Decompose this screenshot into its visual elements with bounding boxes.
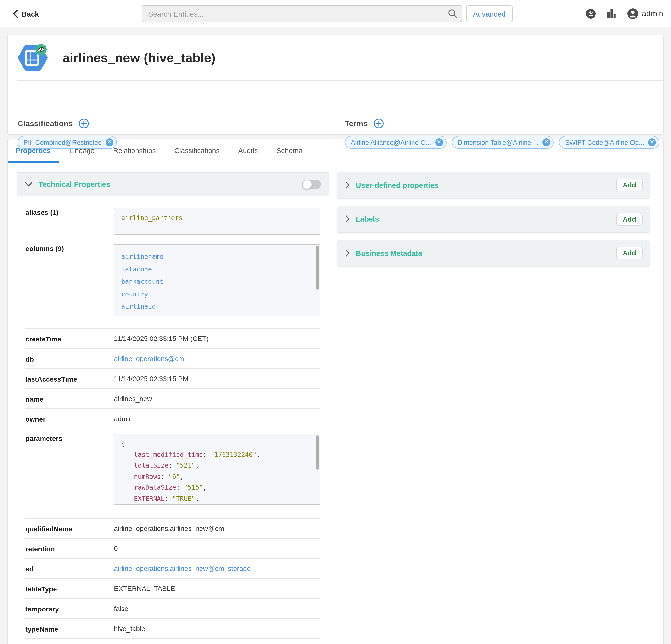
sd-entity-link[interactable]: airline_operations.airlines_new@cm_stora… [114,565,251,572]
property-label: typeName [25,625,114,633]
labels-panel[interactable]: Labels Add [337,206,649,232]
user-defined-properties-title: User-defined properties [356,181,439,189]
property-row-tableType: tableType EXTERNAL_TABLE [25,579,320,599]
term-tag[interactable]: Dimension Table@Airline ... ✕ [452,136,554,149]
search-input[interactable] [142,5,462,22]
property-row-columns: columns (9) airlinename iatacode bankacc… [25,239,320,329]
chevron-right-icon [345,249,350,256]
property-label: sd [25,565,114,573]
statistics-bar-chart-icon[interactable] [608,9,616,18]
property-value: 11/14/2025 02:33:15 PM (CET) [114,334,320,343]
topbar-actions: admin [586,0,663,27]
user-defined-properties-panel[interactable]: User-defined properties Add [337,172,649,198]
columns-value-box: airlinename iatacode bankaccount country… [114,244,320,316]
add-term-icon[interactable] [374,118,384,129]
entity-title: airlines_new (hive_table) [63,50,216,65]
column-link[interactable]: iatacode [121,263,313,275]
classification-tag[interactable]: PII_Combined@Restricted ✕ [17,136,117,149]
parameters-json-box: { last_modified_time: "1763132240", tota… [114,434,320,505]
property-label: columns (9) [25,244,114,316]
column-link[interactable]: country [121,288,313,300]
user-avatar-icon [628,8,638,19]
technical-properties-title: Technical Properties [39,180,110,188]
advanced-search-button[interactable]: Advanced [466,5,512,22]
property-value: admin [114,415,320,423]
terms-section: Terms Airline Alliance@Airline O... ✕ Di… [345,118,659,149]
tab-schema[interactable]: Schema [269,139,310,163]
search-icon[interactable] [448,9,457,18]
remove-term-icon[interactable]: ✕ [543,138,550,146]
term-tag-label: SWIFT Code@Airline Op... [565,139,644,146]
remove-term-icon[interactable]: ✕ [648,138,656,146]
back-label: Back [22,10,39,18]
property-label: name [25,395,114,403]
user-menu[interactable]: admin [628,8,663,19]
parameters-scrollbar[interactable] [316,435,319,470]
property-row-lastAccessTime: lastAccessTime 11/14/2025 02:33:15 PM [25,369,320,389]
property-row-typeName: typeName hive_table [25,619,320,639]
properties-tab-content: Technical Properties aliases (1) airline… [8,163,663,644]
technical-properties-panel: Technical Properties aliases (1) airline… [17,172,329,644]
classifications-title: Classifications [17,119,73,128]
add-label-button[interactable]: Add [617,213,642,225]
classifications-section: Classifications PII_Combined@Restricted … [17,118,117,149]
property-value: 11/14/2025 02:33:15 PM [114,375,320,383]
add-business-metadata-button[interactable]: Add [617,247,642,259]
labels-title: Labels [356,215,379,223]
term-tag[interactable]: SWIFT Code@Airline Op... ✕ [559,136,659,149]
business-metadata-panel[interactable]: Business Metadata Add [337,240,649,266]
term-tag-label: Airline Alliance@Airline O... [351,139,431,146]
alias-value: airline_partners [121,214,182,222]
chevron-down-icon [25,182,32,187]
column-link[interactable]: email [121,313,313,316]
term-tag-label: Dimension Table@Airline ... [457,139,539,146]
property-label: owner [25,415,114,423]
terms-title: Terms [345,119,368,128]
db-entity-link[interactable]: airline_operations@cm [114,355,184,363]
term-tag[interactable]: Airline Alliance@Airline O... ✕ [345,136,446,149]
property-label: lastAccessTime [25,375,114,383]
technical-properties-header[interactable]: Technical Properties [17,173,329,196]
property-value: airlines_new [114,395,320,403]
columns-scrollbar[interactable] [316,245,319,290]
side-panels-column: User-defined properties Add Labels Add B… [337,172,649,274]
back-button[interactable]: Back [13,0,39,27]
classification-tags: PII_Combined@Restricted ✕ [17,136,117,149]
remove-term-icon[interactable]: ✕ [435,138,443,146]
add-classification-icon[interactable] [79,118,89,129]
property-label: tableType [25,584,114,593]
property-row-aliases: aliases (1) airline_partners [25,196,320,239]
entity-header-card: airlines_new (hive_table) Classification… [7,35,664,135]
page-root: Back Advanced admin [0,0,671,644]
property-label: aliases (1) [25,208,114,235]
column-link[interactable]: airlineid [121,300,313,313]
hive-table-entity-icon [17,43,48,72]
property-row-db: db airline_operations@cm [25,349,320,369]
property-value: airline_operations.airlines_new@cm [114,525,320,533]
top-nav-bar: Back Advanced admin [0,0,671,27]
tab-classifications[interactable]: Classifications [166,139,227,163]
property-label: createTime [25,334,114,343]
property-row-retention: retention 0 [25,539,320,559]
column-link[interactable]: bankaccount [121,275,313,288]
property-row-owner: owner admin [25,409,320,429]
download-reports-icon[interactable] [586,9,596,18]
property-label: qualifiedName [25,525,114,533]
header-divider [17,80,663,81]
remove-classification-icon[interactable]: ✕ [106,138,113,146]
classification-tag-label: PII_Combined@Restricted [24,139,102,146]
tab-audits[interactable]: Audits [230,139,266,163]
add-user-defined-property-button[interactable]: Add [617,179,642,191]
property-row-sd: sd airline_operations.airlines_new@cm_st… [25,559,320,579]
column-link[interactable]: airlinename [121,251,313,263]
advanced-label: Advanced [473,10,505,18]
property-value: false [114,605,320,613]
username-label: admin [642,9,663,18]
property-row-qualifiedName: qualifiedName airline_operations.airline… [25,519,320,539]
chevron-right-icon [345,215,350,223]
business-metadata-title: Business Metadata [356,249,422,257]
property-row-temporary: temporary false [25,599,320,619]
properties-toggle-switch[interactable] [302,179,321,189]
aliases-value-box: airline_partners [114,208,320,235]
technical-properties-column: Technical Properties aliases (1) airline… [17,172,329,644]
